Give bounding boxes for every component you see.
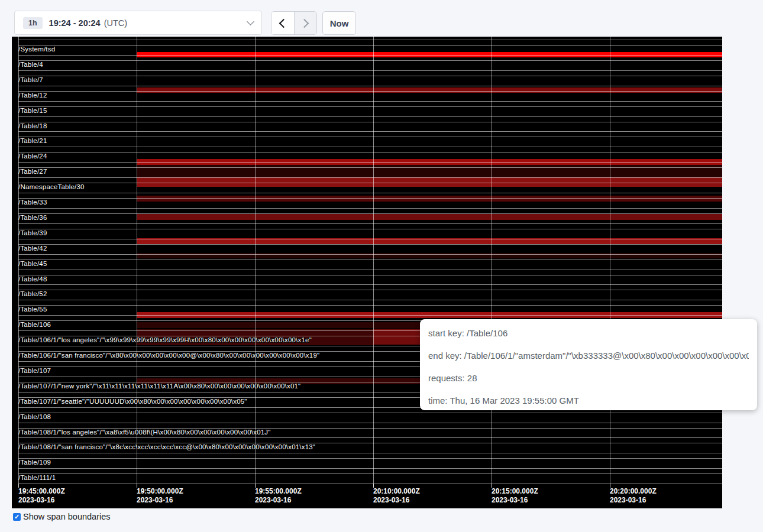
heat-band[interactable] [137, 214, 722, 220]
span-boundary-line [18, 223, 722, 224]
row-label: /Table/12 [18, 92, 47, 99]
span-boundary-line [18, 137, 722, 137]
range-text: 19:24 - 20:24 [49, 18, 101, 28]
chevron-left-icon [279, 18, 289, 28]
row-label: /Table/108/1/"san francisco"/"\x8c\xcc\x… [18, 443, 315, 450]
axis-date: 2023-03-16 [492, 496, 538, 505]
range-duration-badge: 1h [23, 17, 43, 29]
span-boundary-line [18, 315, 722, 316]
row-label: /NamespaceTable/30 [18, 183, 85, 190]
span-boundary-line [18, 152, 722, 153]
show-span-boundaries-checkbox[interactable]: ✓ [13, 513, 21, 521]
row-label: /Table/106 [18, 321, 51, 328]
span-boundary-line [18, 167, 722, 168]
span-boundary-line [18, 229, 722, 229]
row-label: /Table/106/1/"san francisco"/"\x80\x00\x… [18, 352, 319, 359]
span-boundary-line [18, 177, 722, 178]
row-label: /System/tsd [18, 46, 55, 53]
span-boundary-line [18, 86, 722, 86]
row-label: /Table/45 [18, 260, 47, 267]
span-boundary-line [18, 70, 722, 71]
chevron-down-icon [247, 18, 254, 25]
tooltip-requests: requests: 28 [428, 372, 749, 385]
prev-time-button[interactable] [271, 12, 295, 34]
axis-time: 20:20:00.000Z [610, 487, 657, 496]
span-boundary-line [18, 116, 722, 117]
range-timezone: (UTC) [104, 18, 127, 28]
column-boundary-line [492, 37, 492, 484]
row-label: /Table/111/1 [18, 474, 56, 481]
row-label: /Table/15 [18, 107, 47, 114]
row-label: /Table/55 [18, 306, 47, 313]
span-boundary-line [18, 270, 722, 270]
span-boundary-line [18, 284, 722, 285]
row-label: /Table/42 [18, 245, 47, 252]
axis-time-label: 20:15:00.000Z2023-03-16 [492, 487, 538, 505]
column-boundary-line [137, 37, 137, 484]
span-boundary-line [18, 473, 722, 474]
toolbar: 1h 19:24 - 20:24 (UTC) Now [0, 0, 763, 37]
span-boundary-line [18, 305, 722, 306]
span-boundary-line [18, 484, 722, 484]
column-boundary-line [373, 37, 374, 484]
column-boundary-line [610, 37, 610, 484]
span-boundary-line [18, 60, 722, 61]
axis-time-label: 20:20:00.000Z2023-03-16 [610, 487, 657, 505]
heat-band[interactable] [137, 196, 722, 202]
row-label: /Table/33 [18, 199, 47, 206]
span-boundary-line [18, 162, 722, 163]
column-boundary-line [18, 37, 19, 484]
span-boundary-line [18, 423, 722, 423]
row-label: /Table/21 [18, 137, 47, 144]
heatmap[interactable]: /System/tsd/Table/4/Table/7/Table/12/Tab… [12, 37, 722, 508]
span-boundary-line [18, 413, 722, 413]
heat-band[interactable] [137, 165, 722, 177]
axis-time-label: 19:55:00.000Z2023-03-16 [255, 487, 302, 505]
time-nav-group [271, 11, 317, 35]
row-label: /Table/107/1/"seattle"/"UUUUUUD\x00\x80\… [18, 398, 247, 405]
row-label: /Table/39 [18, 229, 47, 236]
span-boundary-line [18, 55, 722, 56]
span-boundary-line [18, 147, 722, 147]
span-boundary-line [18, 91, 722, 92]
row-label: /Table/106/1/"los angeles"/"\x99\x99\x99… [18, 336, 312, 343]
span-boundary-line [18, 468, 722, 469]
axis-time: 20:10:00.000Z [373, 487, 420, 496]
chevron-right-icon [299, 18, 309, 28]
heat-band[interactable] [137, 177, 722, 187]
row-label: /Table/107/1/"new york"/"\x11\x11\x11\x1… [18, 382, 300, 390]
checkmark-icon: ✓ [14, 513, 20, 521]
next-time-button[interactable] [295, 12, 317, 34]
axis-date: 2023-03-16 [610, 496, 657, 505]
column-boundary-line [255, 37, 256, 484]
span-boundary-line [18, 208, 722, 209]
axis-date: 2023-03-16 [255, 496, 302, 505]
span-boundary-line [18, 122, 722, 122]
span-boundary-line [18, 254, 722, 255]
row-label: /Table/48 [18, 275, 47, 283]
time-range-selector[interactable]: 1h 19:24 - 20:24 (UTC) [14, 11, 262, 35]
row-label: /Table/108/1/"los angeles"/"\xa8\xf5\u00… [18, 429, 271, 436]
footer: ✓ Show span boundaries [13, 512, 111, 521]
tooltip-end-key: end key: /Table/106/1/"amsterdam"/"\xb33… [428, 349, 749, 362]
show-span-boundaries-label: Show span boundaries [23, 512, 111, 521]
axis-date: 2023-03-16 [373, 496, 420, 505]
heat-band[interactable] [137, 87, 722, 93]
cell-tooltip: start key: /Table/106 end key: /Table/10… [420, 319, 757, 410]
axis-date: 2023-03-16 [18, 496, 65, 505]
axis-time: 19:45:00.000Z [18, 487, 65, 496]
axis-time-label: 19:45:00.000Z2023-03-16 [18, 487, 65, 505]
row-label: /Table/52 [18, 290, 47, 297]
span-boundary-line [18, 76, 722, 76]
span-boundary-line [18, 259, 722, 260]
row-label: /Table/27 [18, 168, 47, 175]
now-button[interactable]: Now [322, 11, 356, 35]
row-label: /Table/36 [18, 214, 47, 221]
span-boundary-line [18, 45, 722, 46]
span-boundary-line [18, 290, 722, 290]
axis-time: 20:15:00.000Z [492, 487, 538, 496]
span-boundary-line [18, 239, 722, 239]
tooltip-start-key: start key: /Table/106 [428, 327, 749, 340]
axis-time-label: 20:10:00.000Z2023-03-16 [373, 487, 420, 505]
span-boundary-line [18, 458, 722, 459]
